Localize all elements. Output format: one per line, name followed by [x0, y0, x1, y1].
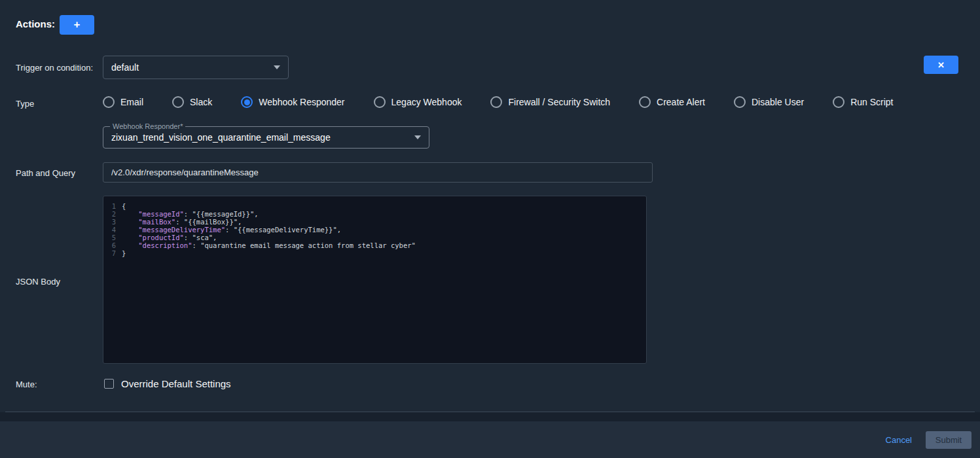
plus-icon: + [74, 18, 81, 31]
webhook-responder-select[interactable]: Webhook Responder* zixuan_trend_vision_o… [103, 126, 429, 149]
mute-label: Mute: [16, 379, 37, 389]
type-radio-group: EmailSlackWebhook ResponderLegacy Webhoo… [103, 96, 894, 108]
line-number: 3 [103, 218, 122, 226]
radio-icon[interactable] [103, 96, 115, 108]
radio-label: Firewall / Security Switch [508, 97, 610, 107]
code-line: 7} [103, 249, 646, 257]
override-default-settings-label: Override Default Settings [121, 378, 231, 389]
type-radio-email[interactable]: Email [103, 96, 143, 108]
code-line-content: { [122, 202, 126, 210]
close-icon: ✕ [937, 60, 945, 70]
remove-action-button[interactable]: ✕ [924, 56, 958, 74]
path-and-query-label: Path and Query [16, 168, 75, 178]
radio-icon[interactable] [490, 96, 502, 108]
radio-icon[interactable] [734, 96, 746, 108]
type-radio-slack[interactable]: Slack [172, 96, 212, 108]
webhook-responder-field-label: Webhook Responder* [110, 122, 185, 131]
radio-label: Webhook Responder [259, 97, 344, 107]
radio-icon[interactable] [374, 96, 386, 108]
line-number: 1 [103, 202, 122, 210]
line-number: 5 [103, 234, 122, 241]
code-line-content: "messageId": "{{messageId}}", [122, 210, 259, 218]
radio-label: Create Alert [657, 97, 705, 107]
chevron-down-icon [414, 135, 421, 139]
footer-bar: Cancel Submit [0, 421, 980, 458]
code-line: 3 "mailBox": "{{mailBox}}", [103, 218, 646, 226]
path-and-query-input[interactable] [103, 162, 653, 183]
actions-label: Actions: [16, 18, 55, 29]
trigger-condition-value: default [111, 62, 268, 73]
type-radio-disable-user[interactable]: Disable User [734, 96, 804, 108]
radio-label: Run Script [850, 97, 893, 107]
code-line-content: "messageDeliveryTime": "{{messageDeliver… [122, 226, 341, 234]
action-editor-panel: Actions: + Trigger on condition: default… [0, 0, 980, 458]
trigger-condition-select[interactable]: default [103, 56, 289, 79]
code-line: 2 "messageId": "{{messageId}}", [103, 210, 646, 218]
radio-icon[interactable] [172, 96, 184, 108]
code-line-content: "description": "quarantine email message… [122, 241, 416, 249]
cancel-button[interactable]: Cancel [886, 435, 912, 445]
trigger-condition-label: Trigger on condition: [16, 63, 93, 73]
radio-icon[interactable] [639, 96, 651, 108]
line-number: 4 [103, 226, 122, 234]
code-line: 5 "productId": "sca", [103, 234, 646, 241]
type-radio-create-alert[interactable]: Create Alert [639, 96, 705, 108]
add-action-button[interactable]: + [60, 15, 94, 35]
json-body-label: JSON Body [16, 277, 60, 287]
line-number: 6 [103, 241, 122, 249]
type-label: Type [16, 99, 34, 109]
type-radio-run-script[interactable]: Run Script [833, 96, 893, 108]
type-radio-webhook-responder[interactable]: Webhook Responder [241, 96, 344, 108]
radio-icon[interactable] [833, 96, 844, 108]
radio-label: Email [120, 97, 143, 107]
pre-footer-strip [0, 412, 980, 421]
line-number: 2 [103, 210, 122, 218]
radio-label: Legacy Webhook [391, 97, 462, 107]
type-radio-legacy-webhook[interactable]: Legacy Webhook [374, 96, 462, 108]
radio-label: Slack [190, 97, 212, 107]
code-line: 1{ [103, 202, 646, 210]
code-line-content: "productId": "sca", [122, 234, 217, 241]
submit-button[interactable]: Submit [926, 431, 971, 449]
radio-label: Disable User [752, 97, 804, 107]
webhook-responder-value: zixuan_trend_vision_one_quarantine_email… [111, 132, 409, 143]
checkbox-icon[interactable] [104, 379, 114, 389]
code-line-content: "mailBox": "{{mailBox}}", [122, 218, 242, 226]
line-number: 7 [103, 249, 122, 257]
type-radio-firewall-security-switch[interactable]: Firewall / Security Switch [490, 96, 610, 108]
chevron-down-icon [274, 65, 280, 69]
code-line: 4 "messageDeliveryTime": "{{messageDeliv… [103, 226, 646, 234]
json-body-editor[interactable]: 1{2 "messageId": "{{messageId}}",3 "mail… [103, 196, 647, 364]
code-line-content: } [122, 249, 126, 257]
radio-selected-icon[interactable] [241, 96, 253, 108]
override-default-settings-option[interactable]: Override Default Settings [104, 378, 231, 389]
code-line: 6 "description": "quarantine email messa… [103, 241, 646, 249]
